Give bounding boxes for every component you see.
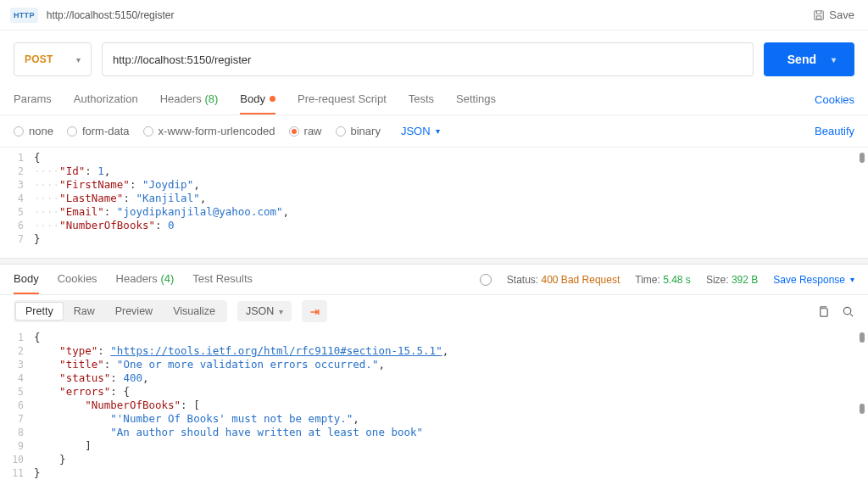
code-token: : bbox=[130, 178, 142, 191]
line-number: 8 bbox=[0, 426, 34, 439]
scrollbar-thumb[interactable] bbox=[860, 404, 865, 414]
svg-point-3 bbox=[843, 307, 850, 314]
code-token: { bbox=[34, 331, 41, 344]
body-type-label: raw bbox=[304, 125, 322, 137]
globe-icon[interactable] bbox=[480, 274, 492, 286]
line-number: 1 bbox=[0, 331, 34, 344]
view-visualize[interactable]: Visualize bbox=[163, 302, 225, 321]
tab-params[interactable]: Params bbox=[14, 85, 52, 114]
radio-icon bbox=[143, 126, 153, 137]
size-meta: Size: 392 B bbox=[706, 274, 758, 286]
code-token: "Joydip" bbox=[142, 178, 193, 191]
save-icon bbox=[813, 9, 825, 21]
response-format-select[interactable]: JSON▾ bbox=[237, 301, 292, 321]
code-token: , bbox=[200, 192, 207, 204]
body-type-label: x-www-form-urlencoded bbox=[159, 125, 275, 137]
line-number: 4 bbox=[0, 371, 34, 385]
line-number: 7 bbox=[0, 232, 34, 246]
code-token: "type" bbox=[59, 344, 97, 357]
body-format-select[interactable]: JSON▾ bbox=[401, 125, 440, 137]
code-token: , bbox=[353, 412, 359, 425]
code-token: "LastName" bbox=[59, 192, 123, 204]
unsaved-dot-icon bbox=[270, 96, 275, 102]
code-token: [ bbox=[193, 399, 200, 411]
code-token: "Email" bbox=[59, 205, 104, 218]
method-select[interactable]: POST ▾ bbox=[14, 42, 92, 76]
view-raw[interactable]: Raw bbox=[64, 302, 105, 321]
tab-settings[interactable]: Settings bbox=[456, 85, 496, 114]
save-button[interactable]: Save bbox=[813, 8, 854, 21]
tab-authorization[interactable]: Authorization bbox=[74, 85, 138, 114]
body-type-none[interactable]: none bbox=[14, 125, 53, 137]
code-token: "joydipkanjilal@yahoo.com" bbox=[117, 205, 283, 218]
code-token: { bbox=[123, 385, 130, 398]
response-tab-body[interactable]: Body bbox=[14, 265, 39, 294]
copy-icon[interactable] bbox=[817, 305, 830, 318]
body-type-binary[interactable]: binary bbox=[336, 125, 381, 137]
body-type-label: none bbox=[29, 125, 53, 137]
line-number: 1 bbox=[0, 151, 34, 165]
code-token: "NumberOfBooks" bbox=[85, 399, 181, 411]
search-icon[interactable] bbox=[842, 305, 854, 318]
code-token: "One or more validation errors occurred.… bbox=[117, 358, 379, 371]
line-number: 2 bbox=[0, 344, 34, 358]
svg-rect-0 bbox=[815, 10, 824, 20]
code-token: , bbox=[193, 178, 200, 191]
view-preview[interactable]: Preview bbox=[105, 302, 163, 321]
response-tab-tests[interactable]: Test Results bbox=[192, 265, 253, 294]
response-tab-headers[interactable]: Headers (4) bbox=[116, 265, 175, 294]
body-type-urlencoded[interactable]: x-www-form-urlencoded bbox=[143, 125, 275, 137]
view-pretty[interactable]: Pretty bbox=[15, 302, 64, 321]
body-format-label: JSON bbox=[401, 125, 431, 137]
url-input[interactable]: http://localhost:5150/register bbox=[102, 42, 754, 76]
code-token[interactable]: "https://tools.ietf.org/html/rfc9110#sec… bbox=[110, 344, 442, 357]
body-type-formdata[interactable]: form-data bbox=[67, 125, 130, 137]
code-token: "Kanjilal" bbox=[136, 192, 199, 204]
code-token: "NumberOfBooks" bbox=[59, 219, 155, 231]
scrollbar-thumb[interactable] bbox=[860, 153, 865, 163]
save-response-button[interactable]: Save Response▾ bbox=[773, 274, 854, 286]
code-token: : bbox=[181, 399, 193, 411]
svg-rect-1 bbox=[817, 15, 821, 19]
response-view-segmented: Pretty Raw Preview Visualize bbox=[14, 300, 227, 322]
code-token: : bbox=[155, 219, 168, 231]
pane-divider[interactable] bbox=[0, 258, 868, 265]
code-token: "Id" bbox=[59, 165, 85, 177]
scrollbar-thumb[interactable] bbox=[860, 332, 865, 343]
line-number: 3 bbox=[0, 178, 34, 192]
status-meta: Status: 400 Bad Request bbox=[507, 274, 620, 286]
body-type-raw[interactable]: raw bbox=[289, 125, 322, 137]
code-token: : bbox=[110, 371, 123, 384]
line-number: 7 bbox=[0, 412, 34, 426]
tab-tests[interactable]: Tests bbox=[409, 85, 434, 114]
wrap-lines-button[interactable]: ⇥ bbox=[302, 300, 327, 322]
http-badge-icon: HTTP bbox=[10, 8, 38, 23]
tab-headers[interactable]: Headers (8) bbox=[160, 85, 219, 114]
response-body-viewer[interactable]: 1{ 2 "type": "https://tools.ietf.org/htm… bbox=[0, 327, 868, 483]
response-tab-cookies[interactable]: Cookies bbox=[58, 265, 97, 294]
tab-body[interactable]: Body bbox=[240, 85, 275, 114]
code-token: : bbox=[123, 192, 136, 204]
response-tab-headers-label: Headers bbox=[116, 272, 158, 285]
code-token: 0 bbox=[168, 219, 175, 231]
tab-headers-label: Headers bbox=[160, 92, 202, 105]
code-token: ] bbox=[85, 439, 92, 452]
body-type-label: form-data bbox=[82, 125, 130, 137]
beautify-link[interactable]: Beautify bbox=[815, 125, 854, 137]
send-button[interactable]: Send ▾ bbox=[764, 42, 854, 76]
headers-count: (8) bbox=[204, 92, 218, 105]
chevron-down-icon: ▾ bbox=[832, 55, 836, 64]
cookies-link[interactable]: Cookies bbox=[815, 93, 854, 106]
body-type-label: binary bbox=[351, 125, 381, 137]
code-token: : bbox=[110, 385, 123, 398]
code-token: , bbox=[442, 344, 449, 357]
code-token: { bbox=[34, 151, 41, 165]
chevron-down-icon: ▾ bbox=[279, 307, 283, 316]
code-token: } bbox=[59, 453, 66, 466]
line-number: 9 bbox=[0, 439, 34, 453]
code-token: "An author should have written at least … bbox=[110, 426, 423, 438]
tab-prerequest[interactable]: Pre-request Script bbox=[298, 85, 387, 114]
svg-rect-2 bbox=[821, 308, 827, 315]
request-body-editor[interactable]: 1{ 2····"Id": 1, 3····"FirstName": "Joyd… bbox=[0, 148, 868, 258]
method-label: POST bbox=[25, 53, 53, 65]
